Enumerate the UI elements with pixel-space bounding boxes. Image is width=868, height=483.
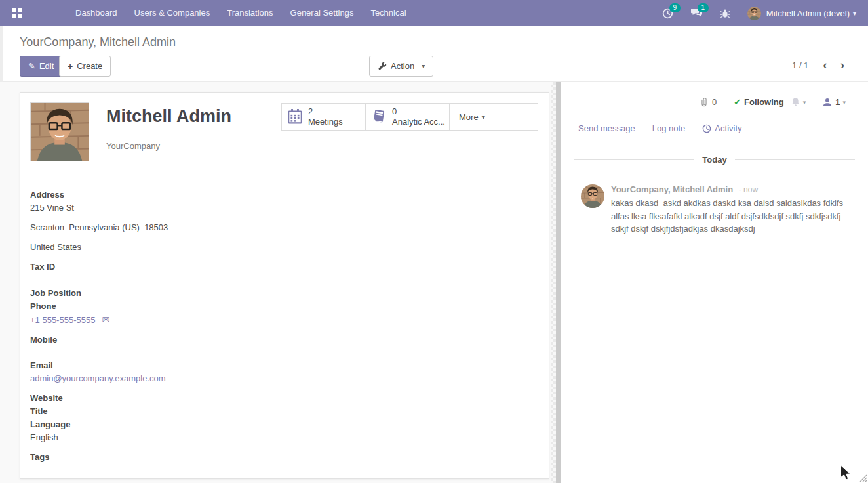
apps-grid-icon [12,8,22,18]
activity-label: Activity [715,123,741,133]
email-row: admin@yourcompany.example.com [30,372,538,385]
analytic-accounts-label: Analytic Acc... [392,117,445,127]
contact-photo [30,102,89,161]
phone-row: +1 555-555-5555✉ [30,313,538,327]
address-country: United States [30,241,538,254]
analytic-accounts-count: 0 [392,106,445,117]
schedule-activity-button[interactable]: Activity [702,123,741,133]
form-scrollbar[interactable] [551,82,561,483]
mouse-cursor [840,465,852,480]
contact-company-link[interactable]: YourCompany [106,141,538,151]
meetings-stat-button[interactable]: 2 Meetings [282,104,366,130]
sheet-header: Mitchell Admin YourCompany 2 Meetings [20,93,549,171]
messages-menu-button[interactable]: 1 [690,8,703,18]
address-label: Address [30,188,538,201]
message-author[interactable]: YourCompany, Mitchell Admin [611,184,733,194]
send-message-button[interactable]: Send message [578,123,635,133]
check-icon: ✔ [734,97,741,107]
caret-down-icon: ▾ [422,60,425,72]
following-label: Following [744,97,784,107]
email-label: Email [30,359,538,372]
plus-icon: + [68,60,73,72]
action-dropdown-button[interactable]: Action ▾ [369,56,433,77]
edit-button[interactable]: ✎ Edit [20,56,62,77]
pager-next-button[interactable]: › [840,60,844,70]
bell-icon[interactable] [791,97,800,107]
bug-icon [720,8,730,19]
wrench-icon [378,62,387,71]
chatter-message: YourCompany, Mitchell Admin - now kakas … [581,184,846,236]
address-city-line: Scranton Pennsylvania (US) 18503 [30,221,538,234]
language-label: Language [30,418,538,431]
message-body: kakas dkasd askd akdkas daskd ksa dalsd … [611,197,846,236]
message-timestamp: - now [739,185,758,194]
mobile-label: Mobile [30,333,538,346]
website-label: Website [30,392,538,405]
followers-button[interactable]: 1 ▾ [823,97,846,107]
chatter-panel: 0 ✔ Following ▾ 1 ▾ Send message Log not… [561,82,868,483]
chatter-actions: Send message Log note Activity [578,123,868,133]
main-menus: Dashboard Users & Companies Translations… [67,0,415,26]
message-header: YourCompany, Mitchell Admin - now [611,184,846,194]
scrollbar-thumb[interactable] [556,82,561,483]
attachments-button[interactable]: 0 [700,97,717,107]
content-area: Mitchell Admin YourCompany 2 Meetings [0,82,868,483]
create-button-label: Create [77,60,102,72]
activities-badge: 9 [669,3,681,12]
more-label: More [459,112,479,122]
debug-menu-button[interactable] [720,8,730,19]
chatter-toolbar: 0 ✔ Following ▾ 1 ▾ [578,97,846,107]
log-note-button[interactable]: Log note [652,123,686,133]
apps-menu-button[interactable] [0,0,34,26]
more-dropdown-button[interactable]: More ▾ [450,104,538,130]
create-button[interactable]: + Create [59,56,111,77]
tax-id-label: Tax ID [30,261,538,274]
caret-down-icon: ▾ [482,114,485,121]
activities-menu-button[interactable]: 9 [662,8,673,19]
pager-previous-button[interactable]: ‹ [823,60,827,70]
followers-count: 1 [835,97,840,107]
menu-translations[interactable]: Translations [218,0,281,26]
paperclip-icon [700,97,709,107]
language-value: English [30,431,538,444]
user-menu-button[interactable]: Mitchell Admin (devel) ▾ [747,7,856,20]
pencil-icon: ✎ [28,60,35,72]
pager-count: 1 / 1 [792,60,808,70]
menu-dashboard[interactable]: Dashboard [67,0,126,26]
title-label: Title [30,405,538,418]
breadcrumb[interactable]: YourCompany, Mitchell Admin [20,35,176,49]
menu-technical[interactable]: Technical [362,0,414,26]
user-name: Mitchell Admin (devel) [766,9,850,18]
odoo-contact-form-page: { "navbar": { "menus": ["Dashboard", "Us… [0,0,868,483]
tags-label: Tags [30,451,538,464]
email-link[interactable]: admin@yourcompany.example.com [30,373,166,383]
action-button-label: Action [391,60,414,72]
menu-users-companies[interactable]: Users & Companies [126,0,219,26]
resize-grip[interactable] [858,472,867,482]
analytic-accounts-stat-button[interactable]: 0 Analytic Acc... [366,104,450,130]
date-divider-label: Today [694,155,734,165]
date-divider: Today [574,155,855,165]
form-sheet: Mitchell Admin YourCompany 2 Meetings [20,92,549,479]
top-navbar: Dashboard Users & Companies Translations… [0,0,868,26]
user-avatar [747,7,761,20]
message-author-avatar [581,184,604,208]
calendar-icon [287,108,303,126]
caret-down-icon: ▾ [853,10,856,17]
sms-envelope-icon[interactable]: ✉ [102,314,109,325]
following-button[interactable]: ✔ Following ▾ [734,97,806,107]
caret-down-icon: ▾ [842,99,846,106]
attachments-count: 0 [712,97,717,107]
control-panel: YourCompany, Mitchell Admin ✎ Edit + Cre… [0,26,868,82]
phone-link[interactable]: +1 555-555-5555 [30,315,95,325]
address-street: 215 Vine St [30,201,538,215]
phone-label: Phone [30,300,538,313]
book-icon [371,108,387,126]
messages-badge: 1 [698,3,709,12]
activity-clock-icon [702,124,711,133]
contact-fields: Address 215 Vine St Scranton Pennsylvani… [20,171,549,464]
menu-general-settings[interactable]: General Settings [282,0,363,26]
edit-button-label: Edit [39,60,54,72]
job-position-label: Job Position [30,287,538,300]
meetings-count: 2 [308,106,343,117]
